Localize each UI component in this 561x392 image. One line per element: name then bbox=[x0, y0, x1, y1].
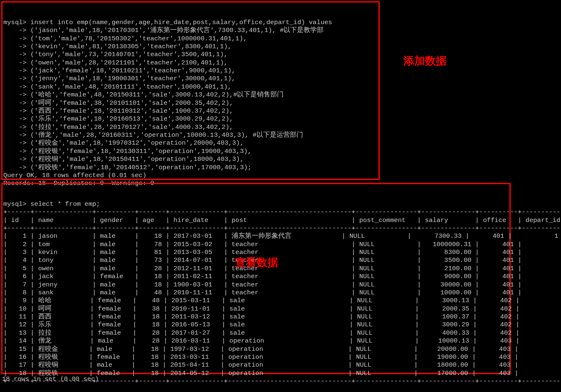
insert-text: mysql> insert into emp(name,gender,age,h… bbox=[3, 19, 378, 188]
footer-text: 18 rows in set (0.00 sec) bbox=[2, 375, 99, 383]
select-box: mysql> select * from emp; +------+------… bbox=[1, 183, 511, 374]
insert-box: mysql> insert into emp(name,gender,age,h… bbox=[1, 1, 380, 180]
label-add-data: 添加数据 bbox=[403, 54, 447, 68]
select-text: mysql> select * from emp; +------+------… bbox=[3, 200, 509, 386]
label-view-data: 查看数据 bbox=[235, 256, 278, 269]
